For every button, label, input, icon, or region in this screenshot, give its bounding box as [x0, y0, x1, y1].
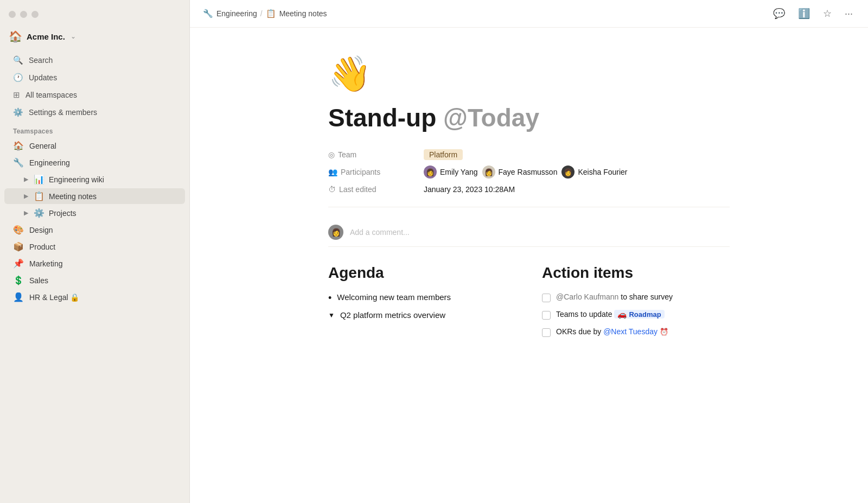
participant-faye-name: Faye Rasmusson	[499, 168, 558, 176]
sidebar-item-updates[interactable]: 🕐 Updates	[4, 69, 185, 86]
breadcrumb: 🔧 Engineering / 📋 Meeting notes	[203, 9, 327, 18]
pin-icon: 📌	[13, 258, 24, 269]
workspace-icon: 🏠	[9, 30, 22, 43]
participant-faye[interactable]: 👩 Faye Rasmusson	[482, 165, 558, 179]
participants-list: 👩 Emily Yang 👩 Faye Rasmusson 👩 Keisha F…	[424, 165, 628, 179]
sidebar-item-engineering-wiki[interactable]: ▶ 📊 Engineering wiki	[4, 171, 185, 187]
sidebar-item-meeting-notes[interactable]: ▶ 📋 Meeting notes	[4, 188, 185, 204]
agenda-title: Agenda	[328, 264, 516, 282]
chevron-right-icon: ▶	[24, 193, 28, 200]
wrench-icon: 🔧	[13, 157, 24, 168]
properties-section: ◎ Team Platform 👥 Participants 👩 Emily Y…	[328, 150, 730, 194]
divider-top	[328, 207, 730, 207]
page-emoji[interactable]: 👋	[328, 54, 730, 94]
sidebar-item-design[interactable]: 🎨 Design	[4, 222, 185, 238]
topbar-actions: 💬 ℹ️ ☆ ···	[771, 5, 855, 22]
search-icon: 🔍	[13, 55, 23, 65]
sidebar-item-label: HR & Legal 🔒	[29, 293, 79, 302]
page-title: Stand-up @Today	[328, 103, 730, 133]
chevron-right-icon: ▶	[24, 209, 28, 217]
sidebar-item-engineering[interactable]: 🔧 Engineering	[4, 155, 185, 170]
close-button[interactable]	[9, 11, 16, 18]
sidebar-item-hr-legal[interactable]: 👤 HR & Legal 🔒	[4, 289, 185, 305]
home-icon: 🏠	[13, 141, 24, 151]
checkbox-1[interactable]	[542, 294, 551, 302]
property-participants-label-text: Participants	[341, 168, 380, 176]
team-property-icon: ◎	[328, 150, 335, 159]
sidebar-item-label: Meeting notes	[49, 192, 97, 201]
roadmap-badge[interactable]: 🚗 Roadmap	[614, 310, 664, 319]
triangle-icon: ▼	[328, 311, 335, 319]
action-item-2: Teams to update 🚗 Roadmap	[542, 310, 730, 320]
page-title-text: Stand-up	[328, 104, 436, 132]
participant-emily[interactable]: 👩 Emily Yang	[424, 165, 478, 179]
breadcrumb-current-label: Meeting notes	[279, 9, 327, 18]
gear-icon: ⚙️	[34, 208, 44, 218]
topbar: 🔧 Engineering / 📋 Meeting notes 💬 ℹ️ ☆ ·…	[190, 0, 868, 28]
comment-button[interactable]: 💬	[771, 5, 787, 22]
action-item-1-text: @Carlo Kaufmann to share survey	[556, 292, 673, 301]
two-column-section: Agenda • Welcoming new team members ▼ Q2…	[328, 264, 730, 337]
participants-icon: 👥	[328, 168, 337, 176]
mention-carlo: @Carlo Kaufmann	[556, 292, 618, 301]
action-items-list: @Carlo Kaufmann to share survey Teams to…	[542, 292, 730, 337]
page-title-mention: @Today	[443, 104, 539, 132]
agenda-item-text: Q2 platform metrics overview	[340, 310, 445, 320]
workspace-selector[interactable]: 🏠 Acme Inc. ⌄	[0, 27, 189, 52]
star-button[interactable]: ☆	[821, 5, 834, 22]
sidebar-item-product[interactable]: 📦 Product	[4, 239, 185, 254]
sidebar-item-marketing[interactable]: 📌 Marketing	[4, 256, 185, 271]
person-icon: 👤	[13, 292, 24, 302]
sidebar-item-sales[interactable]: 💲 Sales	[4, 272, 185, 288]
agenda-item-2: ▼ Q2 platform metrics overview	[328, 310, 516, 320]
car-icon: 🚗	[617, 310, 627, 319]
sidebar-item-label: Product	[29, 243, 55, 251]
workspace-name: Acme Inc.	[27, 32, 65, 41]
team-tag: Platform	[424, 149, 463, 160]
checkbox-2[interactable]	[542, 311, 551, 320]
maximize-button[interactable]	[31, 11, 39, 18]
dollar-icon: 💲	[13, 275, 24, 285]
agenda-column: Agenda • Welcoming new team members ▼ Q2…	[328, 264, 516, 337]
comment-bar[interactable]: 👩 Add a comment...	[328, 218, 730, 247]
action-item-2-text: Teams to update 🚗 Roadmap	[556, 310, 665, 319]
sidebar-item-label: General	[29, 142, 56, 150]
clock-icon: 🕐	[13, 73, 23, 82]
sidebar-item-label: Settings & members	[29, 108, 97, 117]
more-button[interactable]: ···	[843, 6, 855, 22]
property-last-edited: ⏱ Last edited January 23, 2023 10:28AM	[328, 185, 730, 194]
action-item-3: OKRs due by @Next Tuesday ⏰	[542, 327, 730, 337]
agenda-list: • Welcoming new team members ▼ Q2 platfo…	[328, 292, 516, 320]
comment-placeholder[interactable]: Add a comment...	[350, 228, 410, 237]
table-icon: 📊	[34, 174, 44, 184]
action-item-2-prefix: Teams to update	[556, 310, 614, 319]
participant-keisha[interactable]: 👩 Keisha Fourier	[561, 165, 627, 179]
avatar-emily: 👩	[424, 165, 437, 179]
sidebar-item-search[interactable]: 🔍 Search	[4, 52, 185, 68]
checkbox-3[interactable]	[542, 328, 551, 337]
notes-icon: 📋	[34, 191, 44, 201]
bullet-icon: •	[328, 292, 331, 304]
action-items-title: Action items	[542, 264, 730, 282]
sidebar-item-projects[interactable]: ▶ ⚙️ Projects	[4, 205, 185, 221]
participant-keisha-name: Keisha Fourier	[578, 168, 627, 176]
grid-icon: ⊞	[13, 90, 20, 100]
roadmap-badge-label: Roadmap	[629, 310, 661, 319]
property-last-edited-value: January 23, 2023 10:28AM	[424, 185, 515, 194]
box-icon: 📦	[13, 241, 24, 252]
alarm-icon: ⏰	[660, 328, 668, 336]
property-team-value[interactable]: Platform	[424, 150, 463, 159]
action-item-3-prefix: OKRs due by	[556, 327, 603, 336]
sidebar-item-label: All teamspaces	[25, 91, 77, 99]
sidebar-item-all-teamspaces[interactable]: ⊞ All teamspaces	[4, 87, 185, 103]
property-participants-label: 👥 Participants	[328, 168, 415, 176]
minimize-button[interactable]	[20, 11, 27, 18]
action-item-1: @Carlo Kaufmann to share survey	[542, 292, 730, 302]
chevron-right-icon: ▶	[24, 176, 28, 183]
sidebar-item-general[interactable]: 🏠 General	[4, 138, 185, 154]
info-button[interactable]: ℹ️	[796, 5, 812, 22]
sidebar-item-label: Sales	[29, 276, 48, 285]
sidebar-item-settings[interactable]: ⚙️ Settings & members	[4, 104, 185, 120]
action-item-1-suffix: to share survey	[621, 292, 673, 301]
palette-icon: 🎨	[13, 225, 24, 235]
